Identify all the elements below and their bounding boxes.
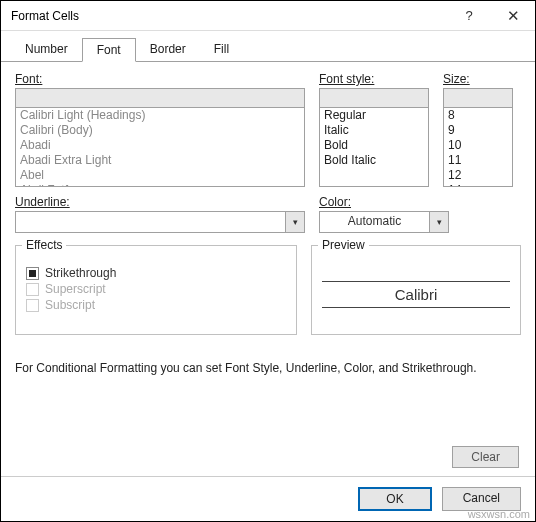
list-item[interactable]: Calibri (Body) bbox=[16, 123, 304, 138]
list-item[interactable]: Bold Italic bbox=[320, 153, 428, 168]
close-button[interactable]: ✕ bbox=[491, 1, 535, 31]
superscript-label: Superscript bbox=[45, 282, 106, 296]
color-combo[interactable]: Automatic ▾ bbox=[319, 211, 449, 233]
window-title: Format Cells bbox=[11, 9, 447, 23]
effects-legend: Effects bbox=[22, 238, 66, 252]
chevron-down-icon[interactable]: ▾ bbox=[285, 211, 305, 233]
font-style-list[interactable]: Regular Italic Bold Bold Italic bbox=[319, 107, 429, 187]
preview-text: Calibri bbox=[322, 281, 510, 308]
preview-group: Preview Calibri bbox=[311, 245, 521, 335]
font-label: Font: bbox=[15, 72, 305, 86]
font-style-label: Font style: bbox=[319, 72, 429, 86]
subscript-checkbox: Subscript bbox=[26, 298, 286, 312]
list-item[interactable]: Bold bbox=[320, 138, 428, 153]
color-value[interactable]: Automatic bbox=[319, 211, 429, 233]
list-item[interactable]: Regular bbox=[320, 108, 428, 123]
checkbox-icon bbox=[26, 299, 39, 312]
info-note: For Conditional Formatting you can set F… bbox=[15, 361, 521, 375]
subscript-label: Subscript bbox=[45, 298, 95, 312]
list-item[interactable]: 11 bbox=[444, 153, 512, 168]
superscript-checkbox: Superscript bbox=[26, 282, 286, 296]
list-item[interactable]: 14 bbox=[444, 183, 512, 187]
list-item[interactable]: Abadi bbox=[16, 138, 304, 153]
content-pane: Font: Calibri Light (Headings) Calibri (… bbox=[1, 62, 535, 476]
format-cells-dialog: Format Cells ? ✕ Number Font Border Fill… bbox=[0, 0, 536, 522]
list-item[interactable]: Abel bbox=[16, 168, 304, 183]
font-list[interactable]: Calibri Light (Headings) Calibri (Body) … bbox=[15, 107, 305, 187]
size-list[interactable]: 8 9 10 11 12 14 bbox=[443, 107, 513, 187]
list-item[interactable]: 9 bbox=[444, 123, 512, 138]
list-item[interactable]: Calibri Light (Headings) bbox=[16, 108, 304, 123]
list-item[interactable]: 10 bbox=[444, 138, 512, 153]
effects-group: Effects Strikethrough Superscript Subscr… bbox=[15, 245, 297, 335]
checkbox-icon bbox=[26, 283, 39, 296]
clear-button[interactable]: Clear bbox=[452, 446, 519, 468]
footer: OK Cancel bbox=[1, 476, 535, 521]
tab-number[interactable]: Number bbox=[11, 38, 82, 62]
list-item[interactable]: 8 bbox=[444, 108, 512, 123]
tab-border[interactable]: Border bbox=[136, 38, 200, 62]
list-item[interactable]: Abadi Extra Light bbox=[16, 153, 304, 168]
size-input[interactable] bbox=[443, 88, 513, 108]
checkbox-icon bbox=[26, 267, 39, 280]
underline-value[interactable] bbox=[15, 211, 285, 233]
preview-legend: Preview bbox=[318, 238, 369, 252]
chevron-down-icon[interactable]: ▾ bbox=[429, 211, 449, 233]
titlebar: Format Cells ? ✕ bbox=[1, 1, 535, 31]
font-input[interactable] bbox=[15, 88, 305, 108]
tab-strip: Number Font Border Fill bbox=[1, 31, 535, 62]
ok-button[interactable]: OK bbox=[358, 487, 431, 511]
list-item[interactable]: Italic bbox=[320, 123, 428, 138]
underline-combo[interactable]: ▾ bbox=[15, 211, 305, 233]
watermark: wsxwsn.com bbox=[468, 508, 530, 520]
tab-font[interactable]: Font bbox=[82, 38, 136, 62]
help-button[interactable]: ? bbox=[447, 1, 491, 31]
strikethrough-label: Strikethrough bbox=[45, 266, 116, 280]
color-label: Color: bbox=[319, 195, 449, 209]
list-item[interactable]: Abril Fatface bbox=[16, 183, 304, 187]
list-item[interactable]: 12 bbox=[444, 168, 512, 183]
underline-label: Underline: bbox=[15, 195, 305, 209]
tab-fill[interactable]: Fill bbox=[200, 38, 243, 62]
size-label: Size: bbox=[443, 72, 513, 86]
strikethrough-checkbox[interactable]: Strikethrough bbox=[26, 266, 286, 280]
font-style-input[interactable] bbox=[319, 88, 429, 108]
